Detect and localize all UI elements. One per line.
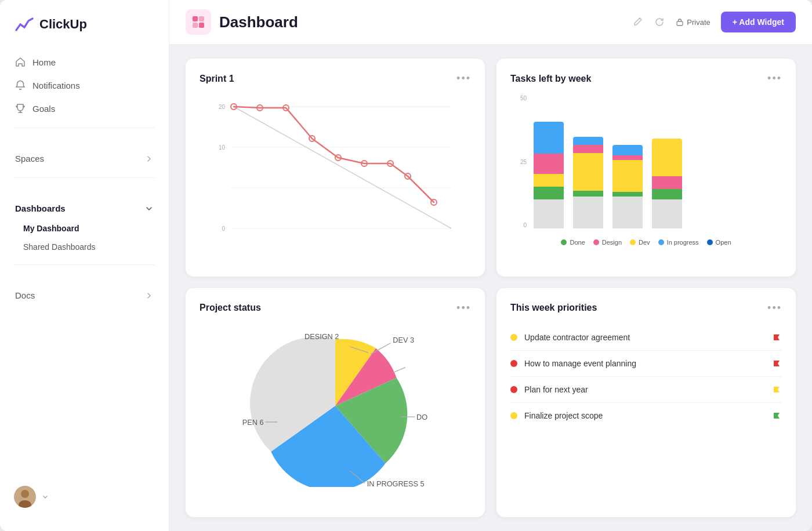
trophy-icon	[15, 103, 26, 114]
bars-area	[534, 112, 782, 228]
bar-in-progress-1	[534, 122, 564, 154]
legend-inprogress-dot	[658, 239, 664, 245]
bar-done-1	[534, 187, 564, 199]
pencil-icon	[632, 16, 643, 28]
sidebar-item-my-dashboard[interactable]: My Dashboard	[7, 219, 162, 238]
bar-stack-2	[573, 137, 603, 228]
tasks-week-title: Tasks left by week	[510, 74, 591, 84]
priority-text-4: Finalize project scope	[524, 411, 766, 420]
priority-text-3: Plan for next year	[524, 385, 766, 394]
svg-rect-3	[193, 16, 198, 21]
svg-line-15	[234, 107, 451, 228]
bar-design-4	[652, 176, 682, 189]
dashboard-icon-box	[186, 9, 211, 35]
my-dashboard-label: My Dashboard	[23, 224, 79, 233]
legend-inprogress-label: In progress	[667, 239, 699, 246]
legend-done-dot	[561, 239, 567, 245]
topbar-left: Dashboard	[186, 9, 298, 35]
priority-flag-3	[773, 385, 782, 394]
bar-group-3	[612, 145, 643, 228]
pie-label-dev: DEV 3	[393, 335, 414, 344]
bar-design-3	[612, 155, 643, 160]
spaces-label: Spaces	[15, 154, 44, 163]
sidebar-divider	[14, 128, 155, 128]
pie-label-inprogress: IN PROGRESS 5	[367, 479, 425, 486]
priority-flag-1	[773, 333, 782, 341]
topbar-right: Private + Add Widget	[632, 12, 796, 32]
avatar[interactable]	[14, 486, 36, 508]
svg-rect-4	[199, 16, 204, 21]
priorities-list: Update contractor agreement How to manag…	[510, 325, 782, 428]
main-content: Dashboard Pri	[169, 0, 812, 531]
sprint-menu-button[interactable]: •••	[456, 72, 471, 85]
sprint-widget: Sprint 1 ••• 20 10 0	[186, 59, 485, 277]
bar-gray-4	[652, 199, 682, 228]
sidebar-divider-2	[14, 177, 155, 178]
y-axis: 50 25 0	[510, 95, 531, 228]
sidebar-item-notifications[interactable]: Notifications	[7, 74, 162, 96]
bar-chart: 50 25 0	[510, 95, 782, 234]
priorities-header: This week priorities •••	[510, 302, 782, 314]
legend-dev-dot	[630, 239, 636, 245]
bar-design-1	[534, 154, 564, 174]
project-status-menu-button[interactable]: •••	[456, 302, 471, 314]
refresh-icon-btn[interactable]	[654, 16, 665, 28]
sprint-chart: 20 10 0	[200, 95, 471, 246]
bar-stack-1	[534, 122, 564, 228]
bell-icon	[15, 80, 26, 90]
pie-chart-container: DEV 3 DESIGN 2 DONE 5 OPEN 6 IN	[200, 325, 471, 487]
clickup-logo-icon	[14, 14, 35, 35]
page-title: Dashboard	[219, 13, 298, 31]
priority-item-4: Finalize project scope	[510, 403, 782, 428]
svg-rect-5	[193, 23, 198, 28]
sidebar-item-goals-label: Goals	[32, 104, 55, 114]
sidebar-item-home[interactable]: Home	[7, 51, 162, 73]
private-label: Private	[687, 18, 710, 27]
y-label-25: 25	[520, 159, 527, 165]
y-label-0: 0	[523, 222, 527, 228]
priority-dot-4	[510, 412, 517, 419]
project-status-widget: Project status •••	[186, 288, 485, 518]
sidebar-item-spaces[interactable]: Spaces	[7, 148, 162, 169]
sidebar-item-shared-dashboards[interactable]: Shared Dashboards	[7, 238, 162, 256]
chevron-right-docs-icon	[144, 291, 154, 300]
avatar-chevron-icon	[42, 493, 49, 500]
bar-dev-3	[612, 160, 643, 192]
sidebar-item-goals[interactable]: Goals	[7, 97, 162, 119]
private-badge: Private	[676, 18, 710, 27]
sidebar-item-dashboards[interactable]: Dashboards	[7, 198, 162, 219]
bar-dev-1	[534, 174, 564, 187]
priority-text-2: How to manage event planning	[524, 359, 766, 368]
docs-label: Docs	[15, 290, 35, 300]
tasks-week-header: Tasks left by week •••	[510, 72, 782, 85]
priority-dot-1	[510, 334, 517, 341]
tasks-week-menu-button[interactable]: •••	[767, 72, 782, 85]
app-name: ClickUp	[39, 17, 87, 32]
main-nav: Home Notifications Goals	[0, 51, 169, 119]
sprint-chart-svg: 20 10 0	[200, 95, 471, 246]
add-widget-button[interactable]: + Add Widget	[721, 12, 796, 32]
priority-item-3: Plan for next year	[510, 377, 782, 403]
bar-design-2	[573, 145, 603, 153]
bar-dev-4	[652, 139, 682, 176]
bar-group-2	[573, 137, 603, 228]
sidebar-item-home-label: Home	[32, 57, 56, 67]
logo: ClickUp	[0, 14, 169, 51]
legend-dev-label: Dev	[639, 239, 650, 246]
legend-design-dot	[593, 239, 599, 245]
sidebar-item-docs[interactable]: Docs	[7, 285, 162, 306]
sidebar-item-notifications-label: Notifications	[32, 81, 80, 90]
priority-flag-4	[773, 412, 782, 420]
priorities-title: This week priorities	[510, 303, 597, 313]
legend-open-label: Open	[716, 239, 731, 246]
legend-dev: Dev	[630, 239, 650, 246]
avatar-image	[14, 486, 36, 508]
edit-icon-btn[interactable]	[632, 16, 643, 28]
legend-done-label: Done	[570, 239, 585, 246]
y-label-50: 50	[520, 95, 527, 101]
priorities-menu-button[interactable]: •••	[767, 302, 782, 314]
bar-in-progress-3	[612, 145, 643, 155]
legend-open-dot	[707, 239, 713, 245]
home-icon	[15, 57, 26, 67]
dashboards-label: Dashboards	[15, 203, 66, 213]
